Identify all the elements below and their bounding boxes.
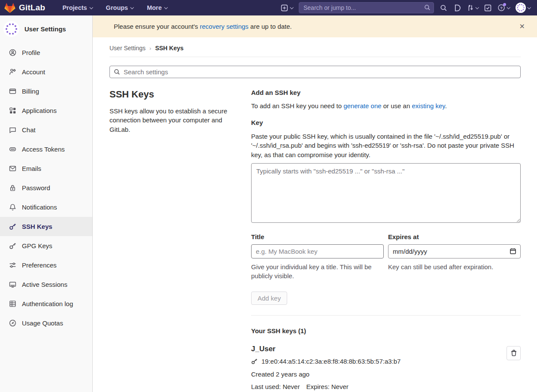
breadcrumb-current: SSH Keys [155, 45, 183, 52]
gauge-icon [9, 319, 16, 327]
page-description: SSH keys allow you to establish a secure… [109, 106, 240, 134]
sidebar-item-account[interactable]: Account [0, 62, 92, 82]
close-icon[interactable]: ✕ [516, 21, 528, 32]
delete-key-button[interactable] [507, 346, 521, 360]
nav-groups[interactable]: Groups [101, 2, 139, 14]
form-intro: To add an SSH key you need to generate o… [251, 102, 521, 109]
nav-projects[interactable]: Projects [57, 2, 97, 14]
lock-icon [9, 184, 16, 191]
credit-card-icon [9, 88, 16, 95]
trash-icon [510, 349, 517, 356]
ssh-key-form: Add an SSH key To add an SSH key you nee… [251, 89, 521, 390]
global-search [299, 2, 434, 13]
settings-search-input[interactable] [109, 66, 521, 78]
svg-text:?: ? [500, 6, 503, 10]
sidebar-item-access-tokens[interactable]: Access Tokens [0, 140, 92, 159]
recovery-settings-link[interactable]: recovery settings [200, 23, 248, 30]
your-ssh-keys-heading: Your SSH keys (1) [251, 327, 521, 334]
section-intro: SSH Keys SSH keys allow you to establish… [109, 89, 240, 390]
envelope-icon [9, 165, 16, 172]
sliders-icon [9, 261, 16, 269]
key-last-used: Last used: Never [251, 383, 300, 390]
key-icon [9, 242, 16, 249]
sidebar-item-profile[interactable]: Profile [0, 43, 92, 62]
tanuki-icon [4, 3, 15, 13]
user-avatar [3, 21, 19, 37]
alert-text: Please ensure your account's recovery se… [114, 23, 292, 30]
key-fingerprint: 19:e0:44:a5:14:c2:3a:e8:f8:48:8b:63:5b:5… [261, 358, 400, 365]
breadcrumb-separator: › [149, 45, 151, 52]
breadcrumb-divider [109, 57, 521, 57]
grid-icon [9, 107, 16, 114]
chevron-down-icon [130, 6, 134, 9]
sidebar-item-usage-quotas[interactable]: Usage Quotas [0, 313, 92, 333]
sidebar-item-chat[interactable]: Chat [0, 120, 92, 140]
calendar-icon[interactable] [510, 248, 516, 256]
top-navbar: GitLab Projects Groups More [0, 0, 537, 15]
key-created: Created 2 years ago [251, 371, 495, 378]
settings-search [109, 66, 521, 78]
key-help-text: Paste your public SSH key, which is usua… [251, 132, 521, 159]
expires-label: Expires at [388, 233, 521, 240]
help-menu-button[interactable]: ? [498, 4, 510, 12]
chevron-down-icon [475, 6, 479, 9]
issues-icon [453, 4, 461, 12]
global-search-input[interactable] [299, 2, 434, 13]
sidebar-item-password[interactable]: Password [0, 178, 92, 198]
brand-name: GitLab [19, 3, 45, 12]
new-menu-button[interactable] [281, 4, 293, 12]
expires-field: Expires at Key can still be used after e… [388, 233, 521, 280]
key-icon [251, 358, 258, 365]
monitor-icon [9, 281, 16, 288]
breadcrumb-user-settings[interactable]: User Settings [109, 45, 146, 52]
key-icon [9, 223, 16, 230]
bell-icon [9, 204, 16, 211]
sidebar-item-emails[interactable]: Emails [0, 159, 92, 178]
nav-more[interactable]: More [142, 2, 172, 14]
search-button[interactable] [440, 4, 447, 12]
sidebar-item-active-sessions[interactable]: Active Sessions [0, 275, 92, 294]
breadcrumb: User Settings › SSH Keys [109, 45, 521, 52]
chevron-down-icon [164, 6, 167, 9]
sidebar-title: User Settings [24, 25, 66, 33]
sidebar-item-ssh-keys[interactable]: SSH Keys [0, 217, 92, 236]
plus-square-icon [281, 4, 288, 12]
sidebar-item-preferences[interactable]: Preferences [0, 255, 92, 275]
expires-help-text: Key can still be used after expiration. [388, 262, 521, 271]
account-icon [9, 68, 16, 76]
sidebar-header: User Settings [0, 21, 92, 37]
sidebar-item-billing[interactable]: Billing [0, 82, 92, 101]
merge-requests-button[interactable] [467, 4, 478, 12]
chat-bubble-icon [9, 126, 16, 134]
chevron-down-icon [290, 6, 293, 9]
user-menu-button[interactable] [516, 3, 530, 13]
todos-button[interactable] [484, 4, 491, 12]
sidebar-item-authentication-log[interactable]: Authentication log [0, 294, 92, 313]
title-input[interactable] [251, 244, 384, 258]
issues-button[interactable] [453, 4, 461, 12]
user-avatar [516, 3, 526, 13]
key-label: Key [251, 119, 521, 126]
todo-check-icon [484, 4, 491, 12]
settings-sidebar: User Settings Profile Account Billing A [0, 15, 93, 392]
recovery-alert: Please ensure your account's recovery se… [93, 15, 537, 37]
search-icon [424, 4, 431, 12]
sidebar-item-gpg-keys[interactable]: GPG Keys [0, 236, 92, 255]
notification-dot [503, 3, 506, 6]
add-key-button[interactable]: Add key [251, 292, 287, 305]
sidebar-item-notifications[interactable]: Notifications [0, 198, 92, 217]
existing-key-link[interactable]: existing key [412, 102, 445, 109]
generate-one-link[interactable]: generate one [343, 102, 381, 109]
page-title: SSH Keys [109, 89, 240, 100]
key-name-link[interactable]: J_User [251, 345, 276, 353]
expires-date-input[interactable] [388, 244, 521, 258]
sidebar-item-applications[interactable]: Applications [0, 101, 92, 120]
section-divider [251, 315, 521, 316]
key-expires: Expires: Never [306, 383, 348, 390]
main-content: Please ensure your account's recovery se… [93, 15, 537, 392]
chevron-down-icon [527, 6, 531, 9]
gitlab-logo[interactable]: GitLab [4, 3, 45, 13]
sidebar-menu: Profile Account Billing Applications Cha… [0, 43, 92, 333]
gitlab-app: GitLab Projects Groups More [0, 0, 537, 392]
ssh-key-textarea[interactable] [251, 163, 521, 223]
